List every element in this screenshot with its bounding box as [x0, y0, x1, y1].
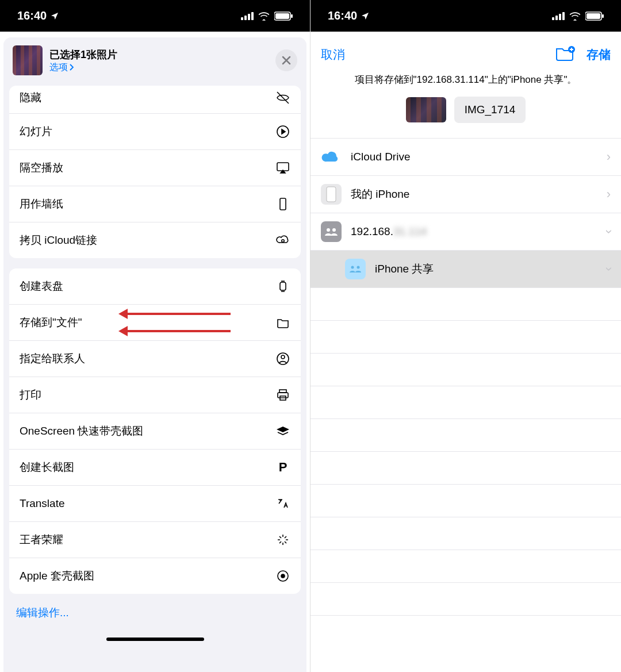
folder-plus-icon [555, 45, 575, 62]
phone-right-save-dialog: 16:40 取消 存储 项目将存储到"192.168.31.114"上的"iPh… [310, 0, 621, 672]
action-assign-to-contact[interactable]: 指定给联系人 [9, 341, 301, 377]
eye-slash-icon [275, 90, 290, 105]
svg-rect-6 [291, 14, 293, 18]
options-link[interactable]: 选项 [49, 62, 75, 74]
battery-icon [274, 11, 293, 21]
filename-row: IMG_1714 [310, 97, 621, 139]
location-smb-server[interactable]: 192.168.31.114 › [310, 213, 621, 251]
watch-icon [275, 279, 290, 294]
action-onescreen[interactable]: OneScreen 快速带壳截图 [9, 413, 301, 450]
svg-point-18 [281, 574, 285, 578]
filename-input[interactable]: IMG_1714 [454, 97, 526, 123]
edit-actions-link[interactable]: 编辑操作... [3, 594, 306, 632]
action-save-to-files[interactable]: 存储到"文件" [9, 305, 301, 341]
save-button[interactable]: 存储 [586, 47, 611, 63]
annotation-arrow-1 [121, 313, 231, 315]
sparkle-icon [275, 532, 290, 547]
action-slideshow[interactable]: 幻灯片 [9, 114, 301, 150]
svg-point-10 [282, 240, 284, 242]
svg-rect-5 [275, 13, 289, 19]
action-copy-icloud-link[interactable]: 拷贝 iCloud链接 [9, 222, 301, 258]
svg-rect-27 [327, 187, 336, 202]
action-print[interactable]: 打印 [9, 377, 301, 413]
location-my-iphone[interactable]: 我的 iPhone › [310, 176, 621, 213]
status-time: 16:40 [17, 9, 47, 22]
svg-rect-20 [555, 16, 558, 20]
empty-list [310, 288, 621, 616]
chevron-right-icon: › [607, 149, 611, 164]
svg-rect-21 [559, 14, 561, 20]
svg-rect-9 [280, 198, 286, 210]
folder-icon [275, 315, 290, 330]
location-arrow-icon [361, 11, 370, 21]
cloud-link-icon [275, 233, 290, 248]
save-destination-hint: 项目将存储到"192.168.31.114"上的"iPhone 共享"。 [310, 71, 621, 97]
new-folder-button[interactable] [555, 45, 575, 64]
svg-rect-2 [248, 14, 250, 20]
action-create-watch-face[interactable]: 创建表盘 [9, 268, 301, 305]
share-sheet-title: 已选择1张照片 [49, 48, 275, 62]
iphone-icon [321, 184, 342, 205]
svg-point-29 [332, 228, 336, 232]
action-group-2: 创建表盘 存储到"文件" 指定给联系人 打印 OneScreen 快速带壳截图 [9, 268, 301, 594]
svg-rect-15 [278, 393, 288, 398]
shared-folder-icon [345, 259, 366, 279]
action-wallpaper[interactable]: 用作墙纸 [9, 186, 301, 222]
chevron-down-icon: › [601, 229, 616, 233]
svg-rect-25 [602, 14, 604, 18]
action-honor-of-kings[interactable]: 王者荣耀 [9, 522, 301, 558]
close-icon [282, 56, 291, 65]
svg-rect-24 [586, 13, 600, 19]
printer-icon [275, 387, 290, 402]
target-icon [275, 569, 290, 583]
battery-icon [585, 11, 604, 21]
cellular-signal-icon [552, 12, 565, 20]
status-time: 16:40 [328, 9, 357, 22]
svg-rect-22 [562, 12, 565, 20]
phone-left-share-sheet: 16:40 已选择1张照片 选项 隐藏 [0, 0, 310, 672]
share-sheet-header: 已选择1张照片 选项 [3, 37, 306, 83]
status-bar: 16:40 [0, 0, 310, 32]
location-arrow-icon [50, 11, 59, 21]
location-iphone-share[interactable]: iPhone 共享 › [310, 251, 621, 288]
action-airplay[interactable]: 隔空播放 [9, 150, 301, 186]
svg-point-31 [357, 266, 360, 269]
wifi-icon [569, 11, 581, 21]
layers-icon [275, 424, 290, 439]
svg-rect-3 [251, 12, 254, 20]
svg-rect-19 [552, 17, 554, 20]
chevron-right-icon: › [607, 187, 611, 202]
location-list: iCloud Drive › 我的 iPhone › 192.168.31.11… [310, 139, 621, 288]
translate-icon [275, 496, 290, 511]
airplay-icon [275, 160, 290, 175]
location-icloud-drive[interactable]: iCloud Drive › [310, 139, 621, 176]
svg-rect-11 [280, 282, 286, 290]
chevron-down-icon: › [601, 267, 616, 271]
svg-point-30 [351, 266, 354, 269]
cellular-signal-icon [241, 12, 254, 20]
share-sheet: 已选择1张照片 选项 隐藏 幻灯片 隔空播放 [3, 37, 306, 672]
status-bar: 16:40 [310, 0, 621, 32]
file-thumbnail [406, 97, 446, 122]
action-translate[interactable]: Translate [9, 486, 301, 522]
icloud-icon [321, 147, 342, 167]
action-long-screenshot[interactable]: 创建长截图 P [9, 450, 301, 486]
person-circle-icon [275, 351, 290, 366]
play-circle-icon [275, 124, 290, 139]
selected-photo-thumbnail[interactable] [13, 45, 43, 75]
svg-point-28 [327, 228, 330, 232]
svg-rect-0 [241, 17, 243, 20]
phone-outline-icon [275, 197, 290, 212]
home-indicator [106, 638, 204, 641]
action-hide[interactable]: 隐藏 [9, 86, 301, 114]
action-apple-frame-screenshot[interactable]: Apple 套壳截图 [9, 558, 301, 594]
wifi-icon [258, 11, 270, 21]
close-button[interactable] [275, 49, 297, 71]
annotation-arrow-2 [121, 330, 231, 332]
p-glyph-icon: P [275, 460, 290, 475]
server-users-icon [321, 221, 342, 242]
action-group-1: 隐藏 幻灯片 隔空播放 用作墙纸 拷贝 iCloud链接 [9, 86, 301, 258]
cancel-button[interactable]: 取消 [321, 47, 345, 63]
svg-rect-1 [244, 16, 247, 20]
save-nav-bar: 取消 存储 [310, 32, 621, 71]
